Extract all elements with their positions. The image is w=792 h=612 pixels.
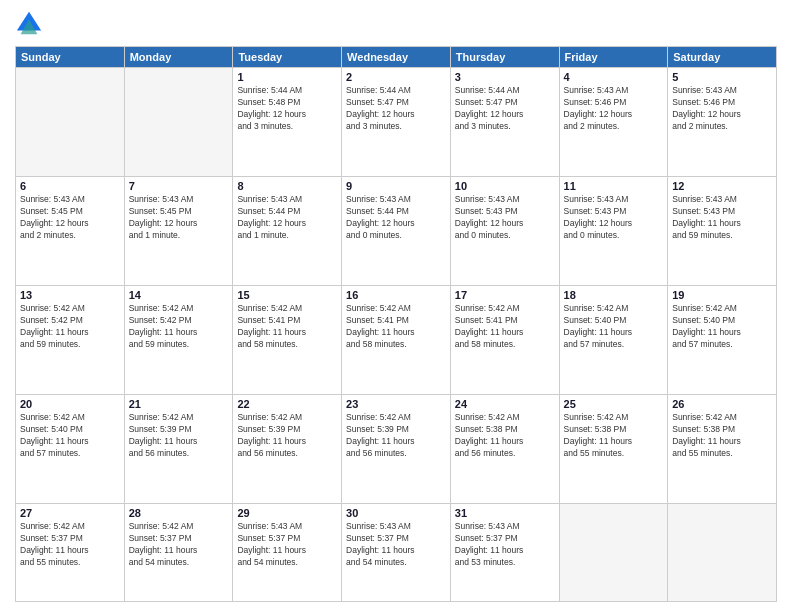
calendar-cell: 13Sunrise: 5:42 AM Sunset: 5:42 PM Dayli… — [16, 286, 125, 395]
calendar-cell: 5Sunrise: 5:43 AM Sunset: 5:46 PM Daylig… — [668, 68, 777, 177]
calendar-cell: 19Sunrise: 5:42 AM Sunset: 5:40 PM Dayli… — [668, 286, 777, 395]
day-number: 19 — [672, 289, 772, 301]
day-number: 17 — [455, 289, 555, 301]
calendar-cell: 10Sunrise: 5:43 AM Sunset: 5:43 PM Dayli… — [450, 177, 559, 286]
calendar-cell — [668, 504, 777, 602]
calendar-cell: 26Sunrise: 5:42 AM Sunset: 5:38 PM Dayli… — [668, 395, 777, 504]
day-number: 22 — [237, 398, 337, 410]
calendar-cell: 1Sunrise: 5:44 AM Sunset: 5:48 PM Daylig… — [233, 68, 342, 177]
calendar-cell: 21Sunrise: 5:42 AM Sunset: 5:39 PM Dayli… — [124, 395, 233, 504]
day-number: 10 — [455, 180, 555, 192]
calendar-cell: 12Sunrise: 5:43 AM Sunset: 5:43 PM Dayli… — [668, 177, 777, 286]
day-number: 29 — [237, 507, 337, 519]
day-number: 9 — [346, 180, 446, 192]
weekday-header: Sunday — [16, 47, 125, 68]
day-info: Sunrise: 5:42 AM Sunset: 5:39 PM Dayligh… — [129, 412, 229, 460]
day-number: 27 — [20, 507, 120, 519]
day-number: 18 — [564, 289, 664, 301]
day-number: 13 — [20, 289, 120, 301]
day-number: 25 — [564, 398, 664, 410]
day-info: Sunrise: 5:43 AM Sunset: 5:45 PM Dayligh… — [20, 194, 120, 242]
day-info: Sunrise: 5:43 AM Sunset: 5:43 PM Dayligh… — [455, 194, 555, 242]
day-number: 12 — [672, 180, 772, 192]
day-info: Sunrise: 5:42 AM Sunset: 5:39 PM Dayligh… — [346, 412, 446, 460]
weekday-header: Thursday — [450, 47, 559, 68]
calendar-cell: 16Sunrise: 5:42 AM Sunset: 5:41 PM Dayli… — [342, 286, 451, 395]
calendar-cell: 22Sunrise: 5:42 AM Sunset: 5:39 PM Dayli… — [233, 395, 342, 504]
day-number: 21 — [129, 398, 229, 410]
day-info: Sunrise: 5:42 AM Sunset: 5:41 PM Dayligh… — [237, 303, 337, 351]
day-info: Sunrise: 5:43 AM Sunset: 5:46 PM Dayligh… — [564, 85, 664, 133]
day-info: Sunrise: 5:42 AM Sunset: 5:40 PM Dayligh… — [672, 303, 772, 351]
day-info: Sunrise: 5:42 AM Sunset: 5:37 PM Dayligh… — [20, 521, 120, 569]
logo — [15, 10, 47, 38]
calendar-cell — [16, 68, 125, 177]
day-info: Sunrise: 5:42 AM Sunset: 5:38 PM Dayligh… — [455, 412, 555, 460]
calendar: SundayMondayTuesdayWednesdayThursdayFrid… — [15, 46, 777, 602]
calendar-cell: 11Sunrise: 5:43 AM Sunset: 5:43 PM Dayli… — [559, 177, 668, 286]
calendar-cell: 8Sunrise: 5:43 AM Sunset: 5:44 PM Daylig… — [233, 177, 342, 286]
calendar-cell — [124, 68, 233, 177]
calendar-cell: 25Sunrise: 5:42 AM Sunset: 5:38 PM Dayli… — [559, 395, 668, 504]
calendar-cell: 18Sunrise: 5:42 AM Sunset: 5:40 PM Dayli… — [559, 286, 668, 395]
calendar-cell: 4Sunrise: 5:43 AM Sunset: 5:46 PM Daylig… — [559, 68, 668, 177]
calendar-cell: 23Sunrise: 5:42 AM Sunset: 5:39 PM Dayli… — [342, 395, 451, 504]
calendar-cell: 31Sunrise: 5:43 AM Sunset: 5:37 PM Dayli… — [450, 504, 559, 602]
weekday-header: Friday — [559, 47, 668, 68]
header — [15, 10, 777, 38]
weekday-header: Monday — [124, 47, 233, 68]
day-info: Sunrise: 5:44 AM Sunset: 5:47 PM Dayligh… — [346, 85, 446, 133]
day-number: 1 — [237, 71, 337, 83]
day-info: Sunrise: 5:42 AM Sunset: 5:41 PM Dayligh… — [455, 303, 555, 351]
day-info: Sunrise: 5:44 AM Sunset: 5:48 PM Dayligh… — [237, 85, 337, 133]
calendar-cell: 20Sunrise: 5:42 AM Sunset: 5:40 PM Dayli… — [16, 395, 125, 504]
weekday-header: Saturday — [668, 47, 777, 68]
weekday-header: Tuesday — [233, 47, 342, 68]
weekday-header: Wednesday — [342, 47, 451, 68]
day-number: 4 — [564, 71, 664, 83]
day-info: Sunrise: 5:43 AM Sunset: 5:43 PM Dayligh… — [672, 194, 772, 242]
day-info: Sunrise: 5:43 AM Sunset: 5:43 PM Dayligh… — [564, 194, 664, 242]
day-number: 31 — [455, 507, 555, 519]
day-info: Sunrise: 5:42 AM Sunset: 5:40 PM Dayligh… — [20, 412, 120, 460]
day-info: Sunrise: 5:43 AM Sunset: 5:37 PM Dayligh… — [455, 521, 555, 569]
calendar-cell: 14Sunrise: 5:42 AM Sunset: 5:42 PM Dayli… — [124, 286, 233, 395]
day-info: Sunrise: 5:42 AM Sunset: 5:38 PM Dayligh… — [564, 412, 664, 460]
day-info: Sunrise: 5:42 AM Sunset: 5:42 PM Dayligh… — [129, 303, 229, 351]
week-row: 13Sunrise: 5:42 AM Sunset: 5:42 PM Dayli… — [16, 286, 777, 395]
day-info: Sunrise: 5:43 AM Sunset: 5:37 PM Dayligh… — [237, 521, 337, 569]
week-row: 20Sunrise: 5:42 AM Sunset: 5:40 PM Dayli… — [16, 395, 777, 504]
day-number: 11 — [564, 180, 664, 192]
day-number: 5 — [672, 71, 772, 83]
calendar-cell — [559, 504, 668, 602]
day-number: 23 — [346, 398, 446, 410]
day-number: 14 — [129, 289, 229, 301]
calendar-cell: 9Sunrise: 5:43 AM Sunset: 5:44 PM Daylig… — [342, 177, 451, 286]
calendar-cell: 29Sunrise: 5:43 AM Sunset: 5:37 PM Dayli… — [233, 504, 342, 602]
day-info: Sunrise: 5:42 AM Sunset: 5:40 PM Dayligh… — [564, 303, 664, 351]
weekday-header-row: SundayMondayTuesdayWednesdayThursdayFrid… — [16, 47, 777, 68]
day-info: Sunrise: 5:43 AM Sunset: 5:37 PM Dayligh… — [346, 521, 446, 569]
day-number: 30 — [346, 507, 446, 519]
calendar-cell: 28Sunrise: 5:42 AM Sunset: 5:37 PM Dayli… — [124, 504, 233, 602]
day-number: 20 — [20, 398, 120, 410]
calendar-cell: 17Sunrise: 5:42 AM Sunset: 5:41 PM Dayli… — [450, 286, 559, 395]
day-number: 16 — [346, 289, 446, 301]
day-info: Sunrise: 5:42 AM Sunset: 5:38 PM Dayligh… — [672, 412, 772, 460]
day-info: Sunrise: 5:43 AM Sunset: 5:44 PM Dayligh… — [237, 194, 337, 242]
day-number: 2 — [346, 71, 446, 83]
week-row: 1Sunrise: 5:44 AM Sunset: 5:48 PM Daylig… — [16, 68, 777, 177]
logo-icon — [15, 10, 43, 38]
day-number: 6 — [20, 180, 120, 192]
day-info: Sunrise: 5:43 AM Sunset: 5:44 PM Dayligh… — [346, 194, 446, 242]
day-number: 7 — [129, 180, 229, 192]
calendar-cell: 24Sunrise: 5:42 AM Sunset: 5:38 PM Dayli… — [450, 395, 559, 504]
calendar-cell: 27Sunrise: 5:42 AM Sunset: 5:37 PM Dayli… — [16, 504, 125, 602]
day-number: 24 — [455, 398, 555, 410]
day-info: Sunrise: 5:42 AM Sunset: 5:39 PM Dayligh… — [237, 412, 337, 460]
day-number: 28 — [129, 507, 229, 519]
day-number: 3 — [455, 71, 555, 83]
calendar-cell: 2Sunrise: 5:44 AM Sunset: 5:47 PM Daylig… — [342, 68, 451, 177]
day-info: Sunrise: 5:42 AM Sunset: 5:37 PM Dayligh… — [129, 521, 229, 569]
day-number: 8 — [237, 180, 337, 192]
